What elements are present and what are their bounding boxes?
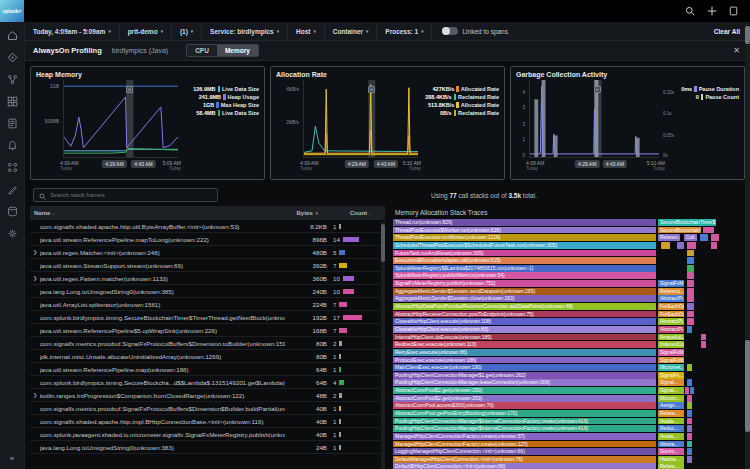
filter-dropdown-prit-demo[interactable]: prit-demo▾ <box>120 22 172 40</box>
expand-caret-icon[interactable]: ❯ <box>30 275 40 281</box>
flame-frame[interactable] <box>687 379 692 386</box>
selection-handle-icon[interactable]: ✕ <box>594 86 601 93</box>
flame-frame[interactable]: ManagedHttpClientConnectionFactory.creat… <box>393 433 656 440</box>
flame-frame[interactable]: SecureBlockchainTimer$TimerThread.run <box>658 219 716 226</box>
flame-frame[interactable]: RedirectExec.execute(unknown:110) <box>393 341 656 348</box>
flame-frame[interactable] <box>687 303 694 310</box>
flame-frame[interactable]: Refere... <box>658 410 684 417</box>
flame-frame[interactable]: AbstractPi... <box>658 318 684 325</box>
flame-frame[interactable]: CloseableHttpClient.execute(unknown:83) <box>393 326 656 333</box>
flame-frame[interactable] <box>687 456 692 463</box>
sidebar-item-navigator[interactable] <box>7 52 18 63</box>
flame-frame[interactable]: SignalFxM... <box>658 349 684 356</box>
table-row[interactable]: com.signalfx.shaded.apache.http.impl.BHt… <box>30 415 385 428</box>
flame-frame[interactable]: ScheduledThreadPoolExecutor$ScheduledFut… <box>393 242 656 249</box>
flame-frame[interactable]: SignalFxMeterRegistry.publish(unknown:75… <box>393 280 656 287</box>
flame-frame[interactable]: SignalFxM... <box>658 280 684 287</box>
expand-caret-icon[interactable]: ❯ <box>30 392 40 398</box>
flame-frame[interactable] <box>703 227 714 234</box>
flame-frame[interactable]: AbstractConnPool.access$300(unknown:70) <box>393 402 656 409</box>
flame-frame[interactable] <box>687 364 692 371</box>
apps-icon[interactable] <box>729 6 738 16</box>
flame-frame[interactable]: ForEachOp... <box>658 311 684 318</box>
flame-frame[interactable] <box>701 334 706 341</box>
flame-frame[interactable]: AbstractConnPool$2.get(unknown:250) <box>393 387 656 394</box>
filter-dropdown--1-[interactable]: (1)▾ <box>172 22 202 40</box>
flame-frame[interactable]: DefaultManagedHttpClientConnection.<init… <box>393 456 656 463</box>
flame-frame[interactable]: Signal... <box>658 379 684 386</box>
flame-frame[interactable]: Hashta... <box>658 456 684 463</box>
flame-frame[interactable]: ThreadPoolExecutor.runWorker(unknown:112… <box>393 234 656 241</box>
flame-frame[interactable] <box>687 250 694 257</box>
flame-frame[interactable] <box>685 387 689 394</box>
sidebar-item-home[interactable] <box>7 30 18 41</box>
flame-frame[interactable] <box>661 242 670 249</box>
flame-frame[interactable] <box>687 326 692 333</box>
sidebar-item-log-observer[interactable] <box>7 118 18 129</box>
flame-frame[interactable]: AggregateMetricSender$Session.sendDatapo… <box>393 288 656 295</box>
flame-frame[interactable]: AbstractHttpReceiverConnection.postToEnd… <box>393 311 656 318</box>
table-row[interactable]: jdk.internal.misc.Unsafe.allocateUniniti… <box>30 350 385 363</box>
flame-frame[interactable]: IndexedCo... <box>658 341 684 348</box>
filter-dropdown-process-1[interactable]: Process: 1▾ <box>377 22 432 40</box>
flame-frame[interactable]: ArraysAsL... <box>658 334 684 341</box>
sidebar-expand-icon[interactable]: » <box>0 454 24 463</box>
flame-frame[interactable]: Micromet... <box>658 364 684 371</box>
flame-frame[interactable] <box>687 318 694 325</box>
flame-frame[interactable]: Coll... <box>684 234 698 241</box>
flame-frame[interactable]: ThreadPoolExecutor$Worker.run(unknown:62… <box>393 227 656 234</box>
flame-frame[interactable]: InternalHttpClient.doExecute(unknown:185… <box>393 334 656 341</box>
filter-dropdown-host[interactable]: Host▾ <box>288 22 325 40</box>
flame-frame[interactable]: Summ... <box>658 448 684 455</box>
flame-frame[interactable]: Availa... <box>658 433 684 440</box>
flame-frame[interactable]: PoolingHttpClientConnectionManager$1.get… <box>393 372 656 379</box>
column-header-name[interactable]: Name ↕ <box>34 210 277 216</box>
flame-frame[interactable]: Availa... <box>658 418 684 425</box>
flame-frame[interactable]: SplunkMeterRegistry$$Lambda$2074850615.r… <box>393 265 656 272</box>
flame-frame[interactable] <box>687 265 694 272</box>
flame-frame[interactable] <box>687 448 692 455</box>
flame-frame[interactable]: ProtocolExec.execute(unknown:186) <box>393 357 656 364</box>
column-header-count[interactable]: Count ↕ <box>325 210 377 216</box>
flame-frame[interactable]: PoolingHttpClientConnectionManager.lease… <box>393 379 656 386</box>
flame-frame[interactable]: SplunkMeterRegistry.publishMetrics(unkno… <box>393 272 656 279</box>
flame-frame[interactable]: Thread.run(unknown:829) <box>393 219 656 226</box>
plus-icon[interactable] <box>707 6 717 16</box>
sidebar-item-dashboards[interactable] <box>7 96 18 107</box>
flame-frame[interactable]: Executors$RunnableAdapter.call(unknown:5… <box>393 257 656 264</box>
page-scrollbar[interactable] <box>745 22 750 469</box>
linked-to-spans-toggle[interactable] <box>442 27 458 35</box>
flame-frame[interactable] <box>687 410 692 417</box>
table-row[interactable]: java.util.ArrayList.spliterator(unknown:… <box>30 298 385 311</box>
flame-frame[interactable] <box>687 433 692 440</box>
flame-frame[interactable]: AbstractConnPool.getPoolEntryBlocking(un… <box>393 410 656 417</box>
selection-handle-icon[interactable]: ✕ <box>126 86 133 93</box>
table-row[interactable]: com.signalfx.metrics.protobuf.SignalFxPr… <box>30 402 385 415</box>
flame-frame[interactable] <box>711 234 720 241</box>
tab-memory[interactable]: Memory <box>217 45 258 56</box>
flame-frame[interactable] <box>700 234 708 241</box>
flame-frame[interactable] <box>687 418 692 425</box>
table-row[interactable]: java.lang.Long.toUnsignedString0(unknown… <box>30 285 385 298</box>
flame-frame[interactable]: AbstractConnPool$2.get(unknown:253) <box>393 395 656 402</box>
chart-plot[interactable]: ✕ <box>63 80 178 158</box>
time-range-picker[interactable]: Today, 4:09am - 5:09am▾ <box>25 22 120 40</box>
flame-frame[interactable]: Microm... <box>658 395 684 402</box>
table-row[interactable]: com.splunk.birdlympics.timing.SecureBloc… <box>30 311 385 324</box>
flame-frame[interactable]: PoolingHttpClientConnectionManager$Inter… <box>393 418 656 425</box>
table-scrollbar[interactable] <box>381 222 385 469</box>
flame-frame[interactable]: Referenc... <box>658 288 684 295</box>
flame-frame[interactable]: Abstra... <box>658 441 684 448</box>
search-stack-frames-box[interactable] <box>33 188 218 202</box>
flame-frame[interactable] <box>687 395 692 402</box>
flame-frame[interactable] <box>687 257 694 264</box>
flame-frame[interactable] <box>687 441 692 448</box>
flame-frame[interactable] <box>687 280 694 287</box>
flame-frame[interactable] <box>690 387 694 394</box>
table-row[interactable]: ❯java.util.regex.Matcher.<init>(unknown:… <box>30 246 385 259</box>
flame-frame[interactable]: AggregateMetricSender$Session.close(unkn… <box>393 295 656 302</box>
flame-frame[interactable]: Reduc... <box>658 425 684 432</box>
flame-frame[interactable]: LoggingManagedHttpClientConnection.<init… <box>393 448 656 455</box>
table-row[interactable]: java.util.stream.ReferencePipeline$5.opW… <box>30 324 385 337</box>
flame-frame[interactable] <box>677 242 684 249</box>
